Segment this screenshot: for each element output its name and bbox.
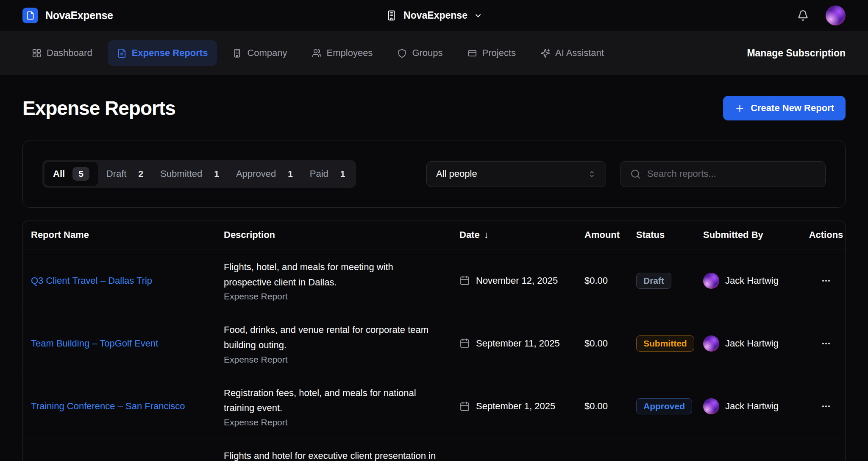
ellipsis-icon (820, 400, 832, 412)
filter-panel: All 5 Draft 2 Submitted 1 Approved 1 Pai… (22, 140, 846, 208)
nav-item-projects[interactable]: Projects (458, 40, 525, 66)
status-badge: Approved (636, 398, 692, 414)
manage-subscription-link[interactable]: Manage Subscription (747, 47, 846, 59)
col-amount: Amount (584, 229, 636, 240)
tab-count-badge: 1 (340, 169, 345, 179)
col-submitted-by: Submitted By (703, 229, 807, 240)
file-text-icon (117, 48, 127, 58)
report-name-link[interactable]: Q3 Client Travel – Dallas Trip (31, 275, 152, 286)
nav-item-company[interactable]: Company (223, 40, 296, 66)
tab-paid[interactable]: Paid 1 (301, 163, 354, 184)
notifications-bell-icon[interactable] (797, 10, 809, 21)
table-header-row: Report Name Description Date↓ Amount Sta… (23, 221, 845, 249)
report-date: September 1, 2025 (476, 401, 555, 412)
report-date: September 11, 2025 (476, 338, 560, 349)
table-row: Executive Travel – Huntsville to D.C. Fl… (23, 438, 845, 461)
users-icon (312, 48, 322, 58)
table-row: Training Conference – San Francisco Regi… (23, 375, 845, 438)
reports-table: Report Name Description Date↓ Amount Sta… (22, 221, 846, 461)
row-actions-menu-button[interactable] (807, 400, 845, 412)
ellipsis-icon (820, 338, 832, 349)
nav-item-expense-reports[interactable]: Expense Reports (108, 40, 217, 66)
col-actions: Actions (807, 229, 845, 240)
ellipsis-icon (820, 275, 832, 287)
report-type: Expense Report (224, 417, 442, 427)
nav-item-groups[interactable]: Groups (388, 40, 452, 66)
submitter-name: Jack Hartwig (725, 338, 779, 349)
col-report-name: Report Name (23, 229, 224, 240)
nav-label: Company (247, 47, 287, 59)
table-row: Q3 Client Travel – Dallas Trip Flights, … (23, 249, 845, 312)
building-icon (386, 10, 397, 21)
tab-count-badge: 5 (72, 167, 89, 181)
calendar-icon (459, 275, 470, 286)
report-name-link[interactable]: Team Building – TopGolf Event (31, 338, 158, 349)
user-avatar[interactable] (826, 6, 846, 25)
panel-rows-icon (467, 48, 477, 58)
col-description: Description (224, 229, 459, 240)
submitter-name: Jack Hartwig (725, 401, 779, 412)
status-filter-tabs: All 5 Draft 2 Submitted 1 Approved 1 Pai… (42, 160, 356, 188)
tab-submitted[interactable]: Submitted 1 (152, 163, 228, 184)
nav-item-employees[interactable]: Employees (303, 40, 382, 66)
status-badge: Draft (636, 273, 671, 289)
org-switcher-label: NovaExpense (403, 10, 467, 21)
tab-approved[interactable]: Approved 1 (228, 163, 301, 184)
file-icon (26, 11, 35, 20)
col-date[interactable]: Date↓ (459, 229, 584, 240)
report-amount: $0.00 (584, 338, 636, 349)
status-badge: Submitted (636, 335, 694, 352)
report-description: Flights and hotel for executive client p… (224, 448, 442, 461)
main-content: Expense Reports Create New Report All 5 … (0, 96, 868, 461)
search-icon (630, 169, 641, 179)
tab-count-badge: 1 (214, 169, 219, 179)
tab-all[interactable]: All 5 (45, 162, 98, 186)
submitter-avatar (703, 398, 719, 414)
chevron-down-icon (474, 11, 482, 20)
calendar-icon (459, 401, 470, 412)
nav-item-ai-assistant[interactable]: AI Assistant (531, 40, 613, 66)
submitter-avatar (703, 335, 719, 352)
nav-item-dashboard[interactable]: Dashboard (22, 40, 102, 66)
page-title: Expense Reports (22, 97, 175, 120)
nav-label: Projects (482, 47, 516, 59)
calendar-icon (459, 338, 470, 349)
dashboard-grid-icon (32, 48, 42, 58)
report-description: Registration fees, hotel, and meals for … (224, 386, 442, 416)
tab-count-badge: 1 (288, 169, 293, 179)
sort-desc-arrow: ↓ (484, 229, 489, 240)
nav-label: Dashboard (47, 47, 92, 59)
report-amount: $0.00 (584, 275, 636, 286)
report-type: Expense Report (224, 291, 442, 302)
shield-icon (397, 48, 407, 58)
org-switcher[interactable]: NovaExpense (386, 10, 482, 21)
report-amount: $0.00 (584, 401, 636, 412)
brand-logo (22, 8, 38, 23)
top-bar: NovaExpense NovaExpense (0, 0, 868, 31)
col-status: Status (636, 229, 703, 240)
report-description: Food, drinks, and venue rental for corpo… (224, 322, 442, 352)
tab-count-badge: 2 (139, 169, 144, 179)
nav-label: Expense Reports (132, 47, 208, 59)
tab-draft[interactable]: Draft 2 (98, 163, 152, 184)
sparkles-icon (540, 48, 550, 58)
main-nav: Dashboard Expense Reports Company Employ… (0, 31, 868, 75)
nav-label: Groups (412, 47, 442, 59)
submitter-name: Jack Hartwig (725, 275, 779, 286)
nav-label: AI Assistant (555, 47, 604, 59)
brand: NovaExpense (22, 8, 113, 23)
people-filter-select[interactable]: All people (426, 161, 606, 187)
chevrons-up-down-icon (587, 170, 596, 179)
row-actions-menu-button[interactable] (807, 275, 845, 287)
building-icon (232, 48, 242, 58)
row-actions-menu-button[interactable] (807, 338, 845, 349)
report-date: November 12, 2025 (476, 275, 558, 286)
submitter-avatar (703, 273, 719, 289)
search-input[interactable] (647, 168, 816, 179)
report-description: Flights, hotel, and meals for meeting wi… (224, 260, 442, 290)
brand-title: NovaExpense (45, 9, 113, 22)
create-new-report-button[interactable]: Create New Report (723, 96, 846, 120)
report-name-link[interactable]: Training Conference – San Francisco (31, 401, 185, 411)
table-row: Team Building – TopGolf Event Food, drin… (23, 312, 845, 374)
plus-icon (734, 103, 745, 114)
